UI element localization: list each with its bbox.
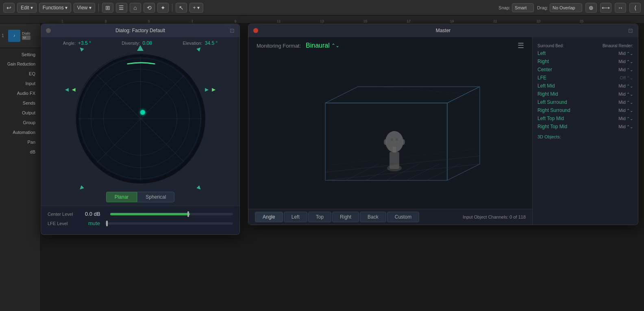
sidebar-nav-eq[interactable]: EQ (0, 69, 40, 79)
binaural-render-header: Binaural Render: (603, 44, 633, 48)
dialog-close-button[interactable] (46, 28, 51, 33)
tab-custom[interactable]: Custom (387, 212, 419, 222)
drag-select[interactable]: No Overlap Overlap (550, 3, 582, 12)
midi-btn[interactable]: ✦ (157, 3, 169, 13)
channel-right-label: Right (537, 59, 609, 64)
channel-righttopmid-label: Right Top Mid (537, 124, 609, 129)
bottomleft-speaker-icon (78, 185, 84, 191)
channel-center-stepper[interactable]: ⌃⌄ (627, 68, 633, 72)
ruler-mark-9: 17 (387, 19, 430, 23)
sidebar-nav: Setting Gain Reduction EQ Input Audio FX… (0, 48, 40, 311)
pointer-tool[interactable]: ↖ (176, 3, 187, 13)
tab-left[interactable]: Left (284, 212, 307, 222)
track-m-button[interactable]: M (22, 35, 30, 40)
sidebar-nav-audiofx[interactable]: Audio FX (0, 88, 40, 98)
channel-leftsurround-stepper[interactable]: ⌃⌄ (627, 100, 633, 105)
ruler-mark-7: 13 (300, 19, 344, 23)
channel-lfe-stepper[interactable]: ⌃⌄ (627, 76, 633, 80)
sidebar-nav-automation[interactable]: Automation (0, 127, 40, 137)
channel-row-leftsurround: Left Surround Mid ⌃⌄ (537, 99, 633, 105)
center-level-row: Center Level 0.0 dB (48, 211, 233, 217)
sidebar-nav-gain[interactable]: Gain Reduction (0, 59, 40, 69)
icon-c[interactable]: ↔ (615, 3, 626, 13)
channel-right-value: Mid (609, 59, 626, 64)
ruler-mark-13: 25 (560, 19, 603, 23)
channel-leftmid-stepper[interactable]: ⌃⌄ (627, 84, 633, 88)
svg-line-4 (325, 156, 480, 172)
snap-select[interactable]: Smart Bar Beat (512, 3, 534, 12)
sidebar-nav-setting[interactable]: Setting (0, 50, 40, 59)
center-level-label: Center Level (48, 212, 80, 217)
sidebar-nav-input[interactable]: Input (0, 79, 40, 88)
lfe-mute-button[interactable]: mute (88, 220, 100, 226)
elevation-param: Elevation: 34.5 ° (183, 40, 218, 46)
link-btn[interactable]: ⌂ (130, 3, 141, 13)
polar-ring[interactable] (75, 53, 205, 184)
sidebar-nav-group[interactable]: Group (0, 118, 40, 127)
view-menu[interactable]: View ▾ (74, 3, 95, 13)
master-close-button[interactable] (253, 28, 258, 33)
master-expand-button[interactable]: ⊡ (628, 27, 633, 34)
svg-line-10 (427, 164, 459, 180)
topright-speaker-icon (196, 46, 202, 52)
planar-view-button[interactable]: Planar (106, 192, 137, 202)
center-level-value: 0.0 dB (85, 211, 105, 217)
objects-label: 3D Objects: (537, 134, 633, 139)
dialog-bottom: Center Level 0.0 dB LFE Level mute (41, 206, 239, 234)
separator-2 (172, 4, 172, 12)
tab-angle[interactable]: Angle (255, 212, 283, 222)
center-level-handle[interactable] (187, 211, 189, 217)
channel-lefttopmid-label: Left Top Mid (537, 116, 609, 121)
master-body: Monitoring Format: Binaural ⌃⌄ ☰ (248, 37, 638, 225)
list-view-btn[interactable]: ☰ (116, 3, 127, 13)
tab-top[interactable]: Top (308, 212, 331, 222)
channel-row-center: Center Mid ⌃⌄ (537, 67, 633, 72)
channel-rightmid-stepper[interactable]: ⌃⌄ (627, 92, 633, 96)
center-level-bar[interactable] (110, 213, 233, 215)
sidebar-nav-db[interactable]: dB (0, 147, 40, 157)
icon-a[interactable]: ⊕ (585, 3, 597, 13)
edit-menu[interactable]: Edit ▾ (17, 3, 37, 13)
toolbar-right: Snap: Smart Bar Beat Drag: No Overlap Ov… (498, 3, 641, 13)
icon-d[interactable]: ⟨ (629, 3, 641, 13)
cycle-btn[interactable]: ⟲ (144, 3, 155, 13)
separator-1 (98, 4, 99, 12)
functions-menu[interactable]: Functions ▾ (39, 3, 71, 13)
channel-rightsurround-stepper[interactable]: ⌃⌄ (627, 108, 633, 113)
spherical-view-button[interactable]: Spherical (137, 192, 174, 202)
channel-leftmid-value: Mid (609, 83, 626, 88)
channel-righttopmid-stepper[interactable]: ⌃⌄ (627, 125, 633, 129)
sidebar-nav-sends[interactable]: Sends (0, 98, 40, 108)
master-titlebar: Master ⊡ (248, 24, 638, 37)
lfe-level-handle[interactable] (106, 221, 108, 226)
tab-back[interactable]: Back (360, 212, 386, 222)
master-menu-icon[interactable]: ☰ (518, 41, 524, 50)
grid-view-btn[interactable]: ⊞ (102, 3, 113, 13)
track-name: Dialo (22, 31, 30, 35)
dialog-expand-button[interactable]: ⊡ (230, 27, 235, 34)
lfe-level-bar[interactable] (105, 222, 233, 225)
sidebar-nav-output[interactable]: Output (0, 108, 40, 118)
section-header: Surround Bed: Binaural Render: (537, 44, 633, 48)
channel-lefttopmid-stepper[interactable]: ⌃⌄ (627, 116, 633, 121)
left-speaker-1-icon: ◄ (71, 86, 77, 93)
snap-section: Snap: Smart Bar Beat (498, 3, 534, 12)
channel-left-stepper[interactable]: ⌃⌄ (627, 51, 633, 56)
monitoring-format-select[interactable]: Binaural ⌃⌄ (306, 42, 339, 49)
channel-leftsurround-value: Mid (609, 100, 626, 105)
channel-row-righttopmid: Right Top Mid Mid ⌃⌄ (537, 124, 633, 129)
add-tool[interactable]: + ▾ (189, 3, 203, 13)
back-button[interactable]: ↩ (3, 3, 15, 13)
icon-b[interactable]: ⟷ (600, 3, 611, 13)
channel-right-stepper[interactable]: ⌃⌄ (627, 59, 633, 64)
sidebar-nav-pan[interactable]: Pan (0, 137, 40, 147)
channel-row-right: Right Mid ⌃⌄ (537, 59, 633, 64)
tab-right[interactable]: Right (332, 212, 359, 222)
dialog-title: Dialog: Factory Default (115, 28, 165, 33)
drag-section: Drag: No Overlap Overlap (537, 3, 582, 12)
track-number: 1 (2, 33, 7, 38)
view-tabs: Angle Left Top Right Back Custom (255, 212, 419, 222)
panner-dot[interactable] (140, 110, 145, 115)
channel-righttopmid-value: Mid (609, 124, 626, 129)
channel-row-left: Left Mid ⌃⌄ (537, 50, 633, 56)
